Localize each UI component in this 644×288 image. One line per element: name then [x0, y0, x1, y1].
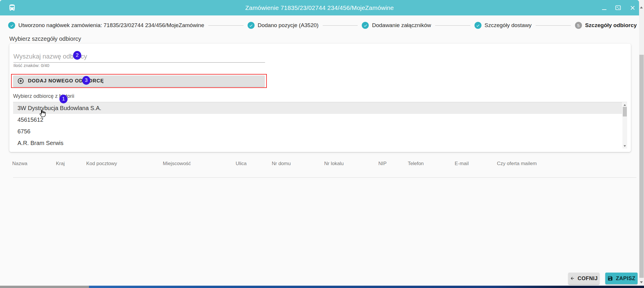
- step-items[interactable]: Dodano pozycje (A3520): [248, 22, 319, 29]
- scroll-up-icon[interactable]: [624, 104, 626, 106]
- save-icon: [607, 275, 613, 281]
- scroll-up-icon[interactable]: [640, 6, 643, 8]
- scroll-down-icon[interactable]: [640, 281, 643, 283]
- step-done-check-icon: [362, 22, 369, 29]
- minimize-button[interactable]: [600, 4, 608, 12]
- step-done-check-icon: [474, 22, 481, 29]
- window-title: Zamówienie 71835/23/02744 234/456/MojeZa…: [0, 0, 639, 15]
- annotation-badge-2: 2: [73, 51, 81, 60]
- close-icon: [629, 5, 636, 11]
- desktop-edge-strip: [0, 286, 644, 288]
- step-attachments[interactable]: Dodawanie załączników: [362, 22, 431, 29]
- column-header: Kraj: [56, 161, 86, 167]
- char-counter: Ilość znaków: 0/40: [13, 63, 49, 68]
- arrow-left-icon: [570, 275, 575, 282]
- column-header: Nr domu: [272, 161, 324, 167]
- annotation-badge-3: 3: [82, 76, 90, 85]
- list-item[interactable]: A.R. Bram Serwis: [13, 137, 622, 149]
- back-button-label: COFNIJ: [578, 275, 598, 282]
- page-scrollbar[interactable]: [639, 0, 644, 288]
- step-header[interactable]: Utworzono nagłówek zamówienia: 71835/23/…: [8, 22, 204, 29]
- column-header: Nazwa: [12, 161, 56, 167]
- list-item[interactable]: 6756: [13, 126, 622, 137]
- step-label: Szczegóły dostawy: [485, 22, 532, 29]
- step-done-check-icon: [8, 22, 15, 29]
- column-header: Ulica: [236, 161, 272, 167]
- column-header: NIP: [378, 161, 408, 167]
- close-button[interactable]: [629, 4, 637, 12]
- step-done-check-icon: [248, 22, 255, 29]
- save-button-label: ZAPISZ: [616, 275, 635, 282]
- back-button[interactable]: COFNIJ: [568, 273, 599, 284]
- table-divider: [13, 177, 636, 178]
- step-delivery[interactable]: Szczegóły dostawy: [474, 22, 532, 29]
- page-scrollbar-thumb[interactable]: [639, 55, 644, 278]
- cursor-hand-icon: [38, 109, 46, 119]
- annotation-red-box: [11, 74, 267, 88]
- scroll-down-icon[interactable]: [624, 145, 626, 147]
- step-number: 5: [575, 22, 582, 29]
- history-list: 3W Dystrybucja Budowlana S.A. 45615612 6…: [13, 102, 627, 149]
- step-label: Szczegóły odbiorcy: [585, 22, 637, 29]
- search-input[interactable]: [13, 51, 265, 63]
- list-scrollbar[interactable]: [622, 103, 627, 149]
- step-label: Dodawanie załączników: [372, 22, 431, 29]
- step-connector: [323, 25, 358, 26]
- recipients-table-header: Nazwa Kraj Kod pocztowy Miejscowość Ulic…: [12, 161, 632, 167]
- column-header: E-mail: [455, 161, 497, 167]
- step-label: Dodano pozycje (A3520): [258, 22, 319, 29]
- list-item[interactable]: 3W Dystrybucja Budowlana S.A.: [13, 102, 622, 114]
- wizard-stepper: Utworzono nagłówek zamówienia: 71835/23/…: [8, 19, 637, 32]
- step-connector: [536, 25, 571, 26]
- recipient-card: 2 Ilość znaków: 0/40 DODAJ NOWEGO ODBIOR…: [9, 44, 631, 152]
- list-scrollbar-thumb[interactable]: [623, 107, 627, 116]
- maximize-icon: [615, 5, 621, 11]
- save-button[interactable]: ZAPISZ: [605, 273, 638, 284]
- column-header: Telefon: [408, 161, 455, 167]
- step-recipient[interactable]: 5 Szczegóły odbiorcy: [575, 22, 637, 29]
- step-label: Utworzono nagłówek zamówienia: 71835/23/…: [18, 22, 204, 29]
- step-connector: [435, 25, 470, 26]
- list-item[interactable]: 45615612: [13, 114, 622, 126]
- titlebar: Zamówienie 71835/23/02744 234/456/MojeZa…: [0, 0, 639, 15]
- column-header: Nr lokalu: [324, 161, 378, 167]
- maximize-button[interactable]: [614, 4, 622, 12]
- column-header: Miejscowość: [163, 161, 236, 167]
- annotation-badge-1: 1: [59, 95, 68, 103]
- column-header: Czy oferta mailem: [497, 161, 632, 167]
- step-connector: [208, 25, 244, 26]
- column-header: Kod pocztowy: [86, 161, 163, 167]
- minimize-icon: [602, 9, 606, 10]
- section-title: Wybierz szczegóły odbiorcy: [9, 36, 81, 42]
